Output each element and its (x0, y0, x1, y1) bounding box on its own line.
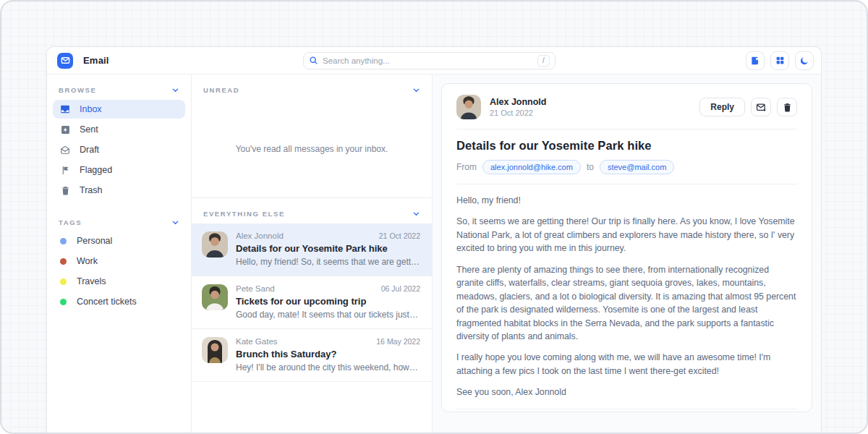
tags-section: TAGS Personal Work Travels (53, 217, 185, 312)
tag-item-concert-tickets[interactable]: Concert tickets (53, 292, 185, 312)
dark-mode-moon-icon (799, 56, 809, 66)
flag-icon (60, 166, 70, 175)
tag-item-personal[interactable]: Personal (53, 231, 185, 251)
mail-subject: Tickets for our upcoming trip (236, 296, 420, 307)
detail-sender-name: Alex Jonnold (490, 97, 546, 107)
detail-sender-block: Alex Jonnold 21 Oct 2022 (490, 97, 546, 117)
sidebar-item-flagged[interactable]: Flagged (53, 161, 185, 179)
dark-mode-toggle[interactable] (795, 51, 814, 70)
to-label: to (587, 162, 594, 172)
sidebar-item-label: Inbox (80, 104, 102, 114)
tag-item-travels[interactable]: Travels (53, 271, 185, 292)
tag-color-dot (60, 258, 67, 265)
sidebar-item-label: Trash (80, 185, 103, 195)
mail-date: 16 May 2022 (376, 337, 420, 346)
app-body: BROWSE Inbox Sent (47, 75, 821, 433)
app-title: Email (83, 55, 109, 66)
divider (456, 409, 797, 409)
header-actions (746, 51, 814, 70)
sidebar-item-sent[interactable]: Sent (53, 120, 185, 139)
draft-envelope-icon (60, 145, 70, 155)
mail-detail-card: Alex Jonnold 21 Oct 2022 Reply (441, 83, 812, 412)
tag-color-dot (60, 299, 67, 305)
body-paragraph: See you soon, Alex Jonnold (456, 386, 797, 399)
apps-button[interactable] (770, 51, 789, 70)
desktop-background: Email / (0, 0, 868, 434)
mail-sender: Alex Jonnold (236, 231, 284, 240)
search-input[interactable] (323, 56, 533, 65)
mail-item-content: Alex Jonnold 21 Oct 2022 Details for our… (236, 231, 420, 267)
search-icon (309, 56, 318, 65)
mail-sender: Pete Sand (236, 284, 275, 293)
email-app-window: Email / (46, 46, 822, 433)
mail-detail-area: Alex Jonnold 21 Oct 2022 Reply (433, 75, 821, 433)
mail-list-item[interactable]: Pete Sand 06 Jul 2022 Tickets for our up… (192, 276, 432, 329)
from-label: From (456, 162, 477, 172)
chevron-down-icon[interactable] (171, 86, 179, 94)
mail-list-item[interactable]: Kate Gates 16 May 2022 Brunch this Satur… (192, 329, 432, 382)
sidebar-item-draft[interactable]: Draft (53, 140, 185, 159)
tags-section-header[interactable]: TAGS (53, 217, 185, 231)
forward-button[interactable] (751, 98, 771, 116)
everything-else-section-header[interactable]: EVERYTHING ELSE (192, 198, 432, 224)
unread-label: UNREAD (203, 86, 239, 94)
trash-icon (783, 103, 792, 112)
envelope-plus-icon (756, 102, 767, 113)
email-app-logo (57, 53, 73, 69)
tag-label: Work (77, 256, 98, 266)
mail-list-item[interactable]: Alex Jonnold 21 Oct 2022 Details for our… (192, 224, 432, 276)
mail-subject: Brunch this Saturday? (236, 349, 420, 359)
mail-preview: Hey! I'll be around the city this weeken… (236, 362, 420, 373)
detail-date: 21 Oct 2022 (490, 109, 546, 117)
search-bar[interactable]: / (303, 52, 556, 69)
mail-item-content: Kate Gates 16 May 2022 Brunch this Satur… (236, 337, 420, 373)
detail-actions: Reply (699, 98, 797, 116)
tag-label: Concert tickets (77, 297, 137, 307)
avatar (202, 231, 228, 258)
body-paragraph: I really hope you love coming along with… (456, 351, 797, 378)
mail-preview: Good day, mate! It seems that our ticket… (236, 310, 420, 320)
inbox-icon (60, 104, 70, 114)
browse-label: BROWSE (59, 86, 96, 94)
avatar (202, 337, 228, 363)
envelope-icon (61, 56, 70, 65)
trash-icon (60, 186, 70, 195)
tag-color-dot (60, 238, 67, 244)
sidebar-item-trash[interactable]: Trash (53, 181, 185, 200)
from-email-chip[interactable]: alex.jonnold@hike.com (482, 160, 581, 174)
sidebar-item-label: Flagged (80, 165, 112, 175)
mail-preview: Hello, my friend! So, it seems that we a… (236, 257, 420, 267)
search-shortcut-key: / (537, 55, 550, 67)
unread-section-header[interactable]: UNREAD (192, 75, 432, 100)
sidebar-item-inbox[interactable]: Inbox (53, 100, 185, 119)
sidebar-item-label: Draft (80, 145, 99, 155)
tags-label: TAGS (59, 218, 82, 226)
unread-empty-message: You've read all messages in your inbox. (192, 100, 432, 198)
browse-section-header[interactable]: BROWSE (53, 85, 185, 98)
tag-label: Personal (77, 236, 112, 246)
body-paragraph: There are plenty of amazing things to se… (456, 263, 797, 344)
delete-button[interactable] (777, 98, 797, 116)
addressbook-button[interactable] (746, 51, 765, 70)
reply-button[interactable]: Reply (699, 98, 745, 116)
to-email-chip[interactable]: steve@mail.com (600, 160, 674, 174)
tag-item-work[interactable]: Work (53, 251, 185, 271)
avatar (456, 95, 481, 119)
detail-subject: Details for our Yosemite Park hike (456, 139, 797, 153)
divider (456, 184, 797, 184)
mail-list-column: UNREAD You've read all messages in your … (192, 75, 433, 433)
body-paragraph: Hello, my friend! (456, 194, 797, 207)
mail-sender: Kate Gates (236, 337, 278, 346)
mail-date: 06 Jul 2022 (381, 284, 420, 293)
sidebar: BROWSE Inbox Sent (47, 75, 192, 433)
chevron-down-icon[interactable] (412, 86, 420, 94)
mail-subject: Details for our Yosemite Park hike (236, 243, 420, 254)
chevron-down-icon[interactable] (412, 210, 420, 218)
detail-meta-row: From alex.jonnold@hike.com to steve@mail… (456, 160, 797, 174)
avatar (202, 284, 228, 310)
divider (456, 129, 797, 129)
sent-icon (60, 125, 70, 135)
chevron-down-icon[interactable] (171, 218, 179, 226)
body-paragraph: So, it seems we are getting there! Our t… (456, 215, 797, 255)
detail-header: Alex Jonnold 21 Oct 2022 Reply (456, 95, 797, 119)
